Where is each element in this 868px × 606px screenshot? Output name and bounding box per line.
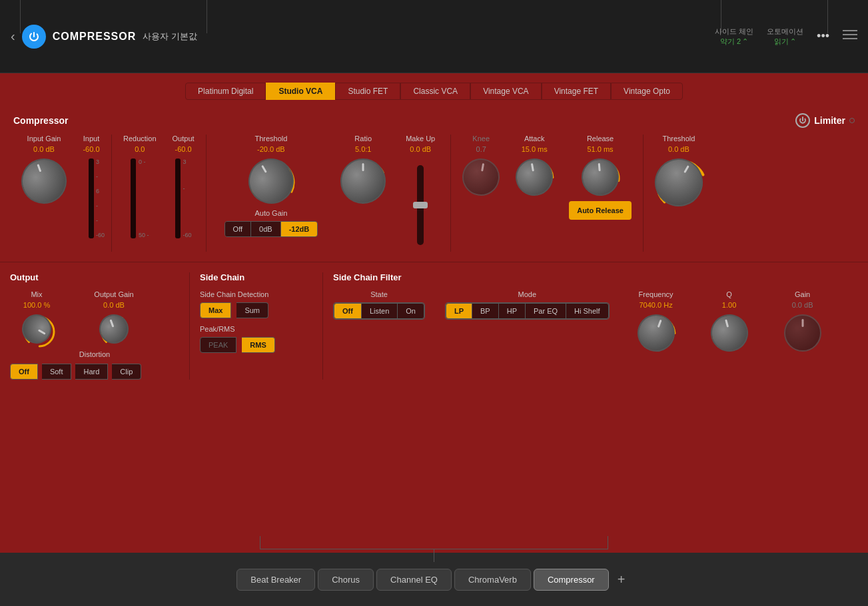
release-value: 51.0 ms xyxy=(587,145,613,153)
preset-tab-vintage-vca[interactable]: Vintage VCA xyxy=(470,83,542,100)
frequency-knob-wrap xyxy=(638,314,675,352)
top-line-left xyxy=(20,0,21,33)
threshold-value: -20.0 dB xyxy=(257,145,285,153)
mode-hi-shelf[interactable]: Hi Shelf xyxy=(566,303,609,319)
output-gain-label: Output Gain xyxy=(94,290,133,298)
preset-tab-studio-vca[interactable]: Studio VCA xyxy=(266,83,335,100)
preset-tab-classic-vca[interactable]: Classic VCA xyxy=(400,83,470,100)
divider-4 xyxy=(643,135,644,252)
bottom-tabs-bar: Beat Breaker Chorus Channel EQ ChromaVer… xyxy=(0,553,868,606)
distortion-soft[interactable]: Soft xyxy=(42,364,72,380)
frequency-group: Frequency 7040.0 Hz xyxy=(630,290,683,352)
filter-controls: State Off Listen On Mode LP BP HP Par EQ xyxy=(333,290,848,352)
input-gain-group: Input Gain 0.0 dB xyxy=(13,135,75,204)
plugin-name: COMPRESSOR xyxy=(53,31,137,43)
threshold-group: Threshold -20.0 dB Auto Gain Off 0dB -12… xyxy=(210,135,333,237)
automation-label: 오토메이션 xyxy=(767,27,803,37)
knee-knob[interactable] xyxy=(460,156,503,199)
peak-rms-label: Peak/RMS xyxy=(200,325,312,333)
detection-max[interactable]: Max xyxy=(200,302,231,318)
filter-state-group: State Off Listen On xyxy=(333,290,425,320)
distortion-off[interactable]: Off xyxy=(10,364,38,380)
limiter-threshold-group: Threshold 0.0 dB xyxy=(647,135,711,206)
makeup-fader-thumb[interactable] xyxy=(413,202,428,208)
output-gain-group: Output Gain 0.0 dB xyxy=(87,290,141,344)
filter-gain-knob[interactable] xyxy=(784,314,821,352)
distortion-label: Distortion xyxy=(10,350,179,358)
preset-tab-studio-fet[interactable]: Studio FET xyxy=(335,83,400,100)
peak-rms-buttons: PEAK RMS xyxy=(200,337,312,353)
preset-tab-vintage-fet[interactable]: Vintage FET xyxy=(542,83,611,100)
q-knob[interactable] xyxy=(706,310,752,356)
auto-gain-off[interactable]: Off xyxy=(225,222,251,236)
threshold-knob[interactable] xyxy=(240,151,302,212)
top-line-center xyxy=(207,0,207,33)
mix-knob[interactable] xyxy=(17,309,57,349)
reduction-value: 0.0 xyxy=(135,145,145,153)
preset-tabs: Platinum Digital Studio VCA Studio FET C… xyxy=(0,73,868,107)
limiter-threshold-knob[interactable] xyxy=(646,150,711,215)
auto-gain-12db[interactable]: -12dB xyxy=(281,222,318,236)
tab-compressor[interactable]: Compressor xyxy=(534,569,609,591)
plugin-preset: 사용자 기본값 xyxy=(143,31,197,43)
input-gain-knob[interactable] xyxy=(15,152,73,210)
frequency-knob[interactable] xyxy=(632,309,680,357)
detection-label: Side Chain Detection xyxy=(200,290,312,298)
distortion-hard[interactable]: Hard xyxy=(75,364,108,380)
limiter-power-button[interactable] xyxy=(795,113,810,128)
peak-btn[interactable]: PEAK xyxy=(200,337,236,353)
preset-tab-platinum-digital[interactable]: Platinum Digital xyxy=(185,83,266,100)
mode-bp[interactable]: BP xyxy=(472,303,499,319)
input-gain-knob-wrap xyxy=(21,158,67,204)
distortion-buttons: Off Soft Hard Clip xyxy=(10,364,179,380)
attack-knob[interactable] xyxy=(513,156,556,199)
compressor-title: Compressor xyxy=(13,115,68,126)
reduction-meter: 0 - 50 - xyxy=(131,158,149,238)
state-listen[interactable]: Listen xyxy=(362,303,398,319)
release-group: Release 51.0 ms Auto Release xyxy=(561,135,640,220)
filter-gain-label: Gain xyxy=(795,290,810,298)
ratio-knob[interactable] xyxy=(340,158,386,204)
distortion-clip[interactable]: Clip xyxy=(112,364,141,380)
mode-hp[interactable]: HP xyxy=(499,303,526,319)
output-group: Output -60.0 3 - -60 xyxy=(165,135,203,238)
auto-gain-0db[interactable]: 0dB xyxy=(251,222,281,236)
mode-lp[interactable]: LP xyxy=(446,303,472,319)
detection-sum[interactable]: Sum xyxy=(236,302,268,318)
menu-button[interactable] xyxy=(843,29,857,44)
output-bar xyxy=(175,158,181,238)
input-value: -60.0 xyxy=(83,145,99,153)
automation-control[interactable]: 오토메이션 읽기 ⌃ xyxy=(767,27,803,47)
tab-beat-breaker[interactable]: Beat Breaker xyxy=(236,569,315,591)
mode-par-eq[interactable]: Par EQ xyxy=(526,303,566,319)
state-on[interactable]: On xyxy=(398,303,424,319)
output-gain-value: 0.0 dB xyxy=(103,301,125,309)
ratio-knob-wrap xyxy=(340,158,386,204)
rms-btn[interactable]: RMS xyxy=(242,337,274,353)
divider-1 xyxy=(111,135,112,252)
release-knob[interactable] xyxy=(580,157,621,198)
top-line-right2 xyxy=(827,0,828,33)
limiter-threshold-knob-wrap xyxy=(655,158,703,206)
back-button[interactable]: ‹ xyxy=(11,29,15,44)
add-plugin-button[interactable]: + xyxy=(612,569,632,589)
tab-chorus[interactable]: Chorus xyxy=(318,569,374,591)
knee-group: Knee 0.7 xyxy=(454,135,508,196)
tab-chromaverb[interactable]: ChromaVerb xyxy=(454,569,531,591)
auto-release-button[interactable]: Auto Release xyxy=(569,201,632,220)
plugin-area: Platinum Digital Studio VCA Studio FET C… xyxy=(0,73,868,553)
auto-gain-buttons: Off 0dB -12dB xyxy=(224,221,318,237)
top-line-right1 xyxy=(721,0,721,33)
makeup-label: Make Up xyxy=(406,135,435,143)
reduction-group: Reduction 0.0 0 - 50 - xyxy=(115,135,165,238)
preset-tab-vintage-opto[interactable]: Vintage Opto xyxy=(611,83,683,100)
makeup-fader-track[interactable] xyxy=(417,165,424,245)
auto-gain-label: Auto Gain xyxy=(254,209,287,217)
state-off[interactable]: Off xyxy=(334,303,362,319)
attack-knob-wrap xyxy=(516,158,553,196)
divider-3 xyxy=(450,135,451,252)
frequency-value: 7040.0 Hz xyxy=(640,301,673,309)
output-gain-knob[interactable] xyxy=(95,310,133,348)
tab-channel-eq[interactable]: Channel EQ xyxy=(376,569,452,591)
power-button[interactable] xyxy=(22,25,46,49)
